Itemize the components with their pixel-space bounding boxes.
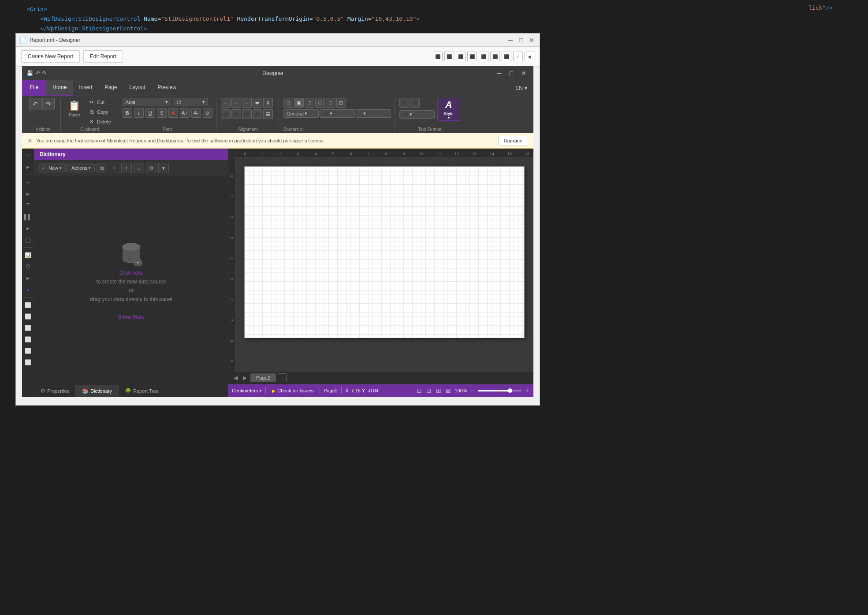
designer-close-button[interactable]: ✕ <box>518 69 529 78</box>
redo-button[interactable]: ↷ <box>42 70 46 76</box>
properties-tab[interactable]: ⚙ Properties <box>34 385 76 397</box>
upgrade-button[interactable]: Upgrade <box>498 136 528 145</box>
zoom-100-button[interactable]: ⊞ <box>435 386 442 395</box>
sidebar-band3-tool[interactable]: ⬜ <box>23 323 34 333</box>
text-direction-button[interactable]: ⇌ <box>253 98 262 108</box>
clear-format-button[interactable]: ⊘ <box>203 108 212 118</box>
toolbar-icon-7[interactable]: ⬛ <box>502 52 511 61</box>
designer-minimize-button[interactable]: ─ <box>495 69 504 78</box>
language-selector[interactable]: EN ▾ <box>509 85 533 91</box>
border-all-button[interactable]: ▣ <box>294 98 304 108</box>
toolbar-icon-6[interactable]: ⬛ <box>490 52 500 61</box>
dict-copy-button[interactable]: ⧉ <box>97 163 107 173</box>
edit-report-button[interactable]: Edit Report <box>83 50 123 63</box>
show-more-link[interactable]: Show More <box>118 314 145 320</box>
toolbar-icon-5[interactable]: ⬛ <box>479 52 488 61</box>
zoom-fit-width-button[interactable]: ⊟ <box>425 386 432 395</box>
dict-move-down-button[interactable]: ↓ <box>134 163 144 173</box>
cut-button[interactable]: ✂ Cut <box>85 98 114 107</box>
zoom-in-button[interactable]: + <box>525 386 530 395</box>
sidebar-select-tool[interactable]: ↖ <box>23 150 34 161</box>
canvas-scroll-area[interactable] <box>235 157 533 372</box>
zoom-two-pages-button[interactable]: ⊠ <box>445 386 452 395</box>
delete-button[interactable]: ✕ Delete <box>85 117 114 126</box>
align-left-button[interactable]: ⬛ <box>221 109 231 119</box>
sidebar-band6-tool[interactable]: ⬜ <box>23 357 34 368</box>
underline-button[interactable]: U <box>145 108 155 118</box>
report-tree-tab[interactable]: 🌳 Report Tree <box>119 385 165 397</box>
menu-insert[interactable]: Insert <box>73 80 98 96</box>
sidebar-barcode-tool[interactable]: ▌▌ <box>23 212 34 222</box>
border-inner-button[interactable]: □ <box>315 98 325 108</box>
dictionary-tab[interactable]: 📚 Dictionary <box>76 385 119 397</box>
toolbar-icon-back[interactable]: ◀ <box>525 52 534 61</box>
page2-tab[interactable]: Page2 <box>250 373 276 382</box>
menu-page[interactable]: Page <box>98 80 123 96</box>
sidebar-expand4[interactable]: ▶ <box>23 273 34 283</box>
create-new-report-button[interactable]: Create New Report <box>21 50 80 63</box>
align-center-button[interactable]: ⬛ <box>231 109 241 119</box>
strikethrough-button[interactable]: S <box>157 108 167 118</box>
actions-button[interactable]: Actions ▾ <box>67 164 95 172</box>
menu-preview[interactable]: Preview <box>151 80 183 96</box>
trial-banner-close-button[interactable]: ✕ <box>27 137 33 144</box>
border-custom-button[interactable]: □ <box>326 98 335 108</box>
sidebar-shape-tool[interactable]: ◯ <box>23 235 34 245</box>
zoom-out-button[interactable]: − <box>470 386 475 395</box>
menu-home[interactable]: Home <box>46 80 73 96</box>
click-here-link[interactable]: Click here <box>119 270 143 276</box>
outer-minimize-button[interactable]: ─ <box>506 36 515 45</box>
sidebar-band5-tool[interactable]: ⬜ <box>23 346 34 356</box>
ribbon-undo-button[interactable]: ↶ <box>29 98 41 110</box>
align-right-button[interactable]: ⬛ <box>242 109 252 119</box>
sidebar-band4-tool[interactable]: ⬜ <box>23 334 34 345</box>
page-next-button[interactable]: ▶ <box>241 374 249 382</box>
text-format-btn1[interactable]: ⬛ <box>399 98 409 108</box>
border-none-button[interactable]: □ <box>283 98 293 108</box>
sidebar-chart-tool[interactable]: 📊 <box>23 250 34 261</box>
border-outer-button[interactable]: □ <box>305 98 314 108</box>
page-prev-button[interactable]: ◀ <box>232 374 239 382</box>
outer-close-button[interactable]: ✕ <box>527 36 536 45</box>
sidebar-cursor-tool[interactable]: ⊹ <box>23 177 34 188</box>
sidebar-expand2[interactable]: ▶ <box>23 189 34 199</box>
sidebar-gauge-tool[interactable]: ⏱ <box>23 261 34 272</box>
border-color-dropdown[interactable]: ⬛ ▾ <box>320 109 355 118</box>
menu-file[interactable]: File <box>22 80 46 96</box>
font-size-inc-button[interactable]: A+ <box>180 108 190 118</box>
border-expand-button[interactable]: ⊞ <box>336 98 346 108</box>
align-bottom-button[interactable]: ≡ <box>242 98 252 108</box>
outer-maximize-button[interactable]: □ <box>517 36 525 45</box>
border-style-dropdown[interactable]: ─ ▾ <box>356 109 391 118</box>
dict-settings-arrow[interactable]: ▾ <box>158 163 169 173</box>
justify-button[interactable]: ⬛ <box>253 109 262 119</box>
font-size-dropdown[interactable]: 12 ▾ <box>173 98 208 106</box>
toolbar-icon-2[interactable]: ⬛ <box>444 52 454 61</box>
italic-button[interactable]: I <box>134 108 144 118</box>
bold-button[interactable]: B <box>123 108 132 118</box>
menu-layout[interactable]: Layout <box>123 80 151 96</box>
general-dropdown[interactable]: General ▾ <box>283 109 319 118</box>
zoom-slider[interactable] <box>478 390 522 391</box>
align-top-button[interactable]: ≡ <box>221 98 231 108</box>
zoom-slider-thumb[interactable] <box>508 388 512 393</box>
toolbar-icon-1[interactable]: ⬛ <box>433 52 443 61</box>
align-middle-button[interactable]: ≡ <box>231 98 241 108</box>
text-format-dropdown[interactable]: ⬛ ▾ <box>399 110 435 119</box>
sidebar-expand[interactable]: ▶ <box>23 162 34 172</box>
dict-move-up-button[interactable]: ↑ <box>121 163 132 173</box>
dict-settings-button[interactable]: ⚙ <box>146 163 156 173</box>
designer-maximize-button[interactable]: □ <box>507 69 516 78</box>
toolbar-icon-4[interactable]: ⬛ <box>467 52 477 61</box>
toolbar-icon-check[interactable]: ✓ <box>513 52 523 61</box>
zoom-fit-page-button[interactable]: ⊡ <box>416 386 423 395</box>
text-format-btn2[interactable]: ⬛ <box>410 98 420 108</box>
toolbar-icon-3[interactable]: ⬛ <box>456 52 466 61</box>
sidebar-expand3[interactable]: ▶ <box>23 223 34 234</box>
units-selector[interactable]: Centimeters ▾ <box>232 388 262 393</box>
copy-button[interactable]: ⧉ Copy <box>85 108 114 116</box>
add-page-button[interactable]: + <box>278 373 287 382</box>
check-issues-button[interactable]: ▶ Check for Issues <box>269 387 316 394</box>
sidebar-band2-tool[interactable]: ⬜ <box>23 311 34 322</box>
list-button[interactable]: ☰ <box>263 109 273 119</box>
